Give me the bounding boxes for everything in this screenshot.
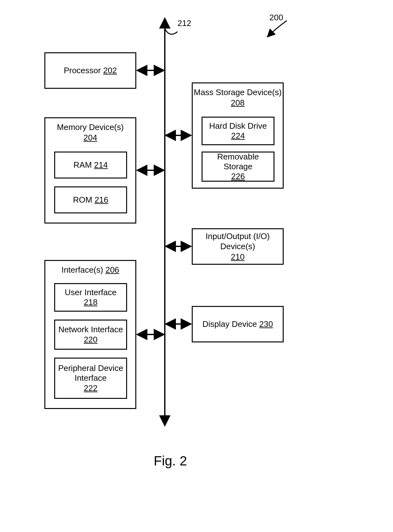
- io-title: Input/Output (I/O) Device(s): [193, 231, 283, 252]
- processor-block: Processor 202: [44, 52, 136, 89]
- memory-ref: 204: [83, 133, 97, 143]
- peripheral-interface-block: Peripheral Device Interface 222: [54, 358, 127, 399]
- display-block: Display Device 230: [192, 306, 284, 342]
- io-block: Input/Output (I/O) Device(s) 210: [192, 228, 284, 265]
- processor-title: Processor 202: [64, 65, 117, 76]
- system-ref-label: 200: [269, 13, 283, 23]
- mass-storage-ref: 208: [231, 98, 244, 108]
- mass-storage-block: Mass Storage Device(s) 208 Hard Disk Dri…: [192, 82, 284, 189]
- figure-caption: Fig. 2: [154, 453, 187, 469]
- rom-block: ROM 216: [54, 186, 127, 213]
- removable-storage-block: Removable Storage 226: [202, 152, 274, 182]
- diagram-canvas: 212 200 Processor 202 Memory Device(s) 2…: [0, 0, 393, 532]
- io-ref: 210: [231, 252, 244, 262]
- memory-block: Memory Device(s) 204 RAM 214 ROM 216: [44, 117, 136, 224]
- user-interface-block: User Interface 218: [54, 283, 127, 312]
- memory-title: Memory Device(s): [57, 122, 124, 133]
- hdd-block: Hard Disk Drive 224: [202, 117, 274, 145]
- interfaces-title: Interface(s) 206: [61, 265, 119, 275]
- network-interface-block: Network Interface 220: [54, 320, 127, 350]
- bus-ref-label: 212: [177, 18, 191, 28]
- mass-storage-title: Mass Storage Device(s): [194, 87, 281, 98]
- display-title: Display Device 230: [203, 319, 273, 329]
- ram-block: RAM 214: [54, 152, 127, 178]
- interfaces-block: Interface(s) 206 User Interface 218 Netw…: [44, 260, 136, 409]
